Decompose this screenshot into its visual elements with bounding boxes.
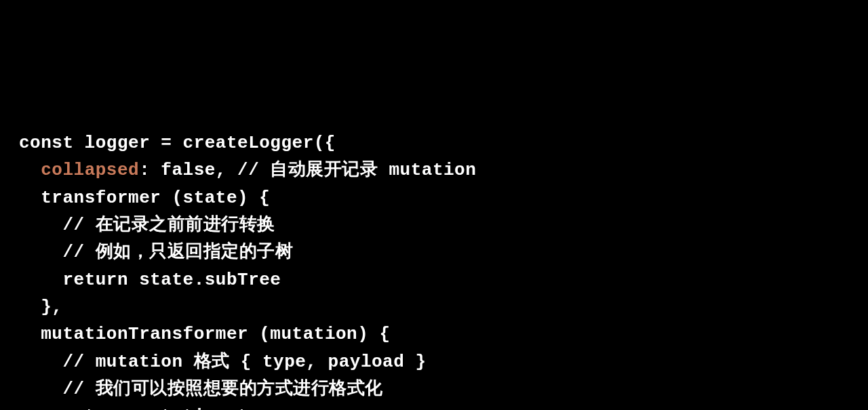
code-line-8: // mutation 格式 { type, payload } (19, 348, 849, 375)
code-text: const logger = createLogger({ (19, 133, 336, 153)
code-text: // 例如，只返回指定的子树 (62, 242, 293, 262)
code-text: return mutation.type (62, 406, 281, 410)
code-text: : false, // 自动展开记录 mutation (139, 160, 476, 180)
code-text: mutationTransformer (mutation) { (41, 324, 390, 344)
code-line-6: }, (19, 293, 849, 321)
code-line-1: collapsed: false, // 自动展开记录 mutation (19, 157, 849, 184)
code-text: transformer (state) { (41, 188, 270, 208)
code-keyword: collapsed (41, 160, 139, 180)
code-line-2: transformer (state) { (19, 184, 849, 211)
code-text: // mutation 格式 { type, payload } (62, 352, 426, 372)
code-text: return state.subTree (62, 270, 281, 290)
code-block: const logger = createLogger({ collapsed:… (19, 129, 849, 410)
code-line-5: return state.subTree (19, 266, 849, 293)
code-line-10: return mutation.type (19, 403, 849, 410)
code-line-9: // 我们可以按照想要的方式进行格式化 (19, 375, 849, 403)
code-line-0: const logger = createLogger({ (19, 129, 849, 157)
code-line-7: mutationTransformer (mutation) { (19, 321, 849, 348)
code-text: // 在记录之前前进行转换 (62, 215, 275, 235)
code-text: }, (41, 297, 62, 317)
code-text: // 我们可以按照想要的方式进行格式化 (62, 379, 382, 399)
code-line-4: // 例如，只返回指定的子树 (19, 239, 849, 266)
code-line-3: // 在记录之前前进行转换 (19, 211, 849, 239)
